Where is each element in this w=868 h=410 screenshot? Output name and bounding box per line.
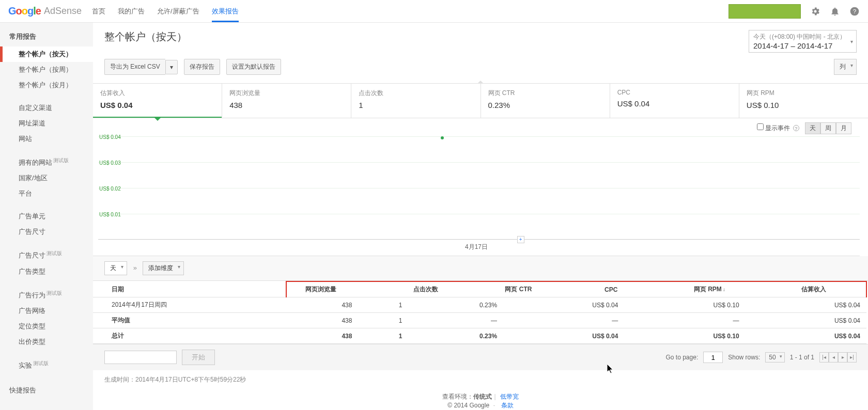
header-actions: ? [729, 4, 860, 19]
app-header: Google AdSense 首页 我的广告 允许/屏蔽广告 效果报告 ? [0, 0, 868, 23]
set-default-button[interactable]: 设置为默认报告 [226, 59, 281, 75]
adsense-wordmark: AdSense [44, 6, 82, 17]
report-table: 日期 网页浏览量 点击次数 网页 CTR CPC 网页 RPM↓ 估算收入 20… [93, 281, 867, 344]
sidebar-item-custom-channel[interactable]: 自定义渠道 [0, 100, 93, 116]
nav-reports[interactable]: 效果报告 [212, 1, 239, 22]
showrows-label: Show rows: [728, 354, 760, 361]
col-pageviews[interactable]: 网页浏览量 [287, 282, 379, 297]
help-icon[interactable]: ? [793, 125, 799, 131]
sidebar-item-experiments[interactable]: 实验测试版 [0, 357, 93, 373]
columns-button[interactable]: 列▾ [834, 59, 857, 75]
account-indicator[interactable] [729, 4, 801, 19]
first-page-button[interactable]: |◂ [819, 352, 829, 362]
view-week-button[interactable]: 周 [820, 122, 836, 134]
chart-area: 显示事件 ? 天 周 月 US$ 0.04 US$ 0.03 US$ 0.02 … [93, 118, 868, 256]
sidebar-item-ad-size-beta[interactable]: 广告尺寸测试版 [0, 247, 93, 263]
gear-icon[interactable] [810, 6, 820, 17]
goto-label: Go to page: [666, 354, 699, 361]
sidebar-item-country[interactable]: 国家/地区 [0, 170, 93, 186]
page-input[interactable] [703, 352, 723, 363]
metric-rpm[interactable]: 网页 RPM US$ 0.10 [739, 84, 868, 118]
sidebar-events[interactable]: 事件 [0, 407, 93, 410]
sidebar-item-ad-network[interactable]: 广告网络 [0, 303, 93, 319]
metric-strip: 估算收入 US$ 0.04 网页浏览量 438 点击次数 1 网页 CTR 0.… [93, 83, 868, 118]
chart-canvas: US$ 0.04 US$ 0.03 US$ 0.02 US$ 0.01 + [98, 136, 860, 240]
sidebar-item-bid-type[interactable]: 出价类型 [0, 334, 93, 350]
col-cpc[interactable]: CPC [565, 282, 657, 297]
beta-badge: 测试版 [47, 290, 62, 296]
generation-time: 生成时间：2014年4月17日UTC+8下午5时59分22秒 [93, 370, 868, 389]
footer: 查看环境：传统式|低带宽 © 2014 Google - 条款 [93, 389, 868, 410]
sidebar-item-platform[interactable]: 平台 [0, 186, 93, 201]
chart-x-label: 4月17日 [93, 240, 860, 256]
sidebar-item-sites[interactable]: 网站 [0, 131, 93, 147]
beta-badge: 测试版 [47, 250, 62, 256]
add-dimension-button[interactable]: 添加维度 [143, 261, 184, 275]
terms-link[interactable]: 条款 [501, 402, 514, 409]
pager: 开始 Go to page: Show rows: 50 1 - 1 of 1 … [93, 344, 868, 370]
sidebar: 常用报告 整个帐户（按天） 整个帐户（按周） 整个帐户（按月） 自定义渠道 网址… [0, 23, 93, 410]
sidebar-item-account-week[interactable]: 整个帐户（按周） [0, 62, 93, 77]
dimension-bar: 天 » 添加维度 [93, 256, 868, 281]
sidebar-item-url-channel[interactable]: 网址渠道 [0, 116, 93, 131]
dimension-select[interactable]: 天 [104, 261, 127, 275]
filter-input[interactable] [104, 351, 177, 364]
metric-pageviews[interactable]: 网页浏览量 438 [222, 84, 351, 118]
metric-ctr[interactable]: 网页 CTR 0.23% [481, 84, 610, 118]
prev-page-button[interactable]: ◂ [829, 352, 838, 362]
nav-home[interactable]: 首页 [92, 1, 105, 22]
date-range-label: 今天（(+08:00) 中国时间 - 北京） [753, 33, 846, 41]
date-range-value: 2014-4-17 – 2014-4-17 [753, 41, 846, 50]
metric-clicks[interactable]: 点击次数 1 [351, 84, 480, 118]
google-logo: Google [8, 5, 41, 17]
bell-icon[interactable] [830, 6, 840, 17]
view-day-button[interactable]: 天 [805, 122, 820, 134]
beta-badge: 测试版 [53, 157, 69, 163]
metric-cpc[interactable]: CPC US$ 0.04 [610, 84, 739, 118]
table-row: 2014年4月17日周四43810.23%US$ 0.04US$ 0.10US$… [93, 297, 866, 313]
col-rpm[interactable]: 网页 RPM↓ [657, 282, 762, 297]
rows-select[interactable]: 50 [765, 352, 784, 362]
last-page-button[interactable]: ▸| [847, 352, 857, 362]
beta-badge: 测试版 [33, 360, 49, 366]
sidebar-item-ad-size[interactable]: 广告尺寸 [0, 224, 93, 240]
dimension-separator: » [133, 264, 137, 272]
low-bandwidth-link[interactable]: 低带宽 [500, 393, 519, 400]
sidebar-item-ad-unit[interactable]: 广告单元 [0, 209, 93, 224]
sidebar-item-targeting[interactable]: 定位类型 [0, 319, 93, 334]
nav-myads[interactable]: 我的广告 [118, 1, 145, 22]
metric-revenue[interactable]: 估算收入 US$ 0.04 [93, 84, 222, 118]
table-avg-row: 平均值4381———US$ 0.04 [93, 313, 866, 328]
show-events-checkbox[interactable]: 显示事件 [757, 124, 790, 132]
sidebar-item-owned-sites[interactable]: 拥有的网站测试版 [0, 154, 93, 170]
start-button[interactable]: 开始 [182, 350, 215, 365]
main-content: 整个帐户（按天） 今天（(+08:00) 中国时间 - 北京） 2014-4-1… [93, 23, 868, 410]
export-dropdown-button[interactable]: ▾ [165, 60, 178, 74]
nav-allow[interactable]: 允许/屏蔽广告 [157, 1, 199, 22]
primary-nav: 首页 我的广告 允许/屏蔽广告 效果报告 [92, 1, 239, 22]
add-metric-icon[interactable]: + [517, 236, 524, 243]
page-range: 1 - 1 of 1 [790, 354, 814, 361]
svg-text:?: ? [853, 8, 857, 14]
col-date[interactable]: 日期 [93, 281, 286, 297]
table-total-row: 总计43810.23%US$ 0.04US$ 0.10US$ 0.04 [93, 328, 866, 344]
page-title: 整个帐户（按天） [104, 30, 749, 44]
sidebar-item-ad-behavior[interactable]: 广告行为测试版 [0, 287, 93, 303]
sidebar-quick-reports[interactable]: 快捷报告 [0, 381, 93, 400]
export-button[interactable]: 导出为 Excel CSV [104, 59, 165, 75]
help-icon[interactable]: ? [849, 6, 860, 17]
sort-desc-icon: ↓ [723, 287, 725, 292]
date-range-picker[interactable]: 今天（(+08:00) 中国时间 - 北京） 2014-4-17 – 2014-… [749, 30, 857, 53]
logo: Google AdSense [8, 5, 82, 17]
sidebar-item-account-day[interactable]: 整个帐户（按天） [0, 46, 93, 62]
view-month-button[interactable]: 月 [836, 122, 851, 134]
sidebar-item-ad-type[interactable]: 广告类型 [0, 264, 93, 279]
data-point [441, 136, 444, 139]
col-ctr[interactable]: 网页 CTR [472, 282, 565, 297]
sidebar-item-account-month[interactable]: 整个帐户（按月） [0, 77, 93, 93]
save-report-button[interactable]: 保存报告 [184, 59, 220, 75]
col-clicks[interactable]: 点击次数 [379, 282, 472, 297]
col-revenue[interactable]: 估算收入 [762, 282, 866, 297]
next-page-button[interactable]: ▸ [838, 352, 847, 362]
sidebar-heading: 常用报告 [0, 29, 93, 46]
